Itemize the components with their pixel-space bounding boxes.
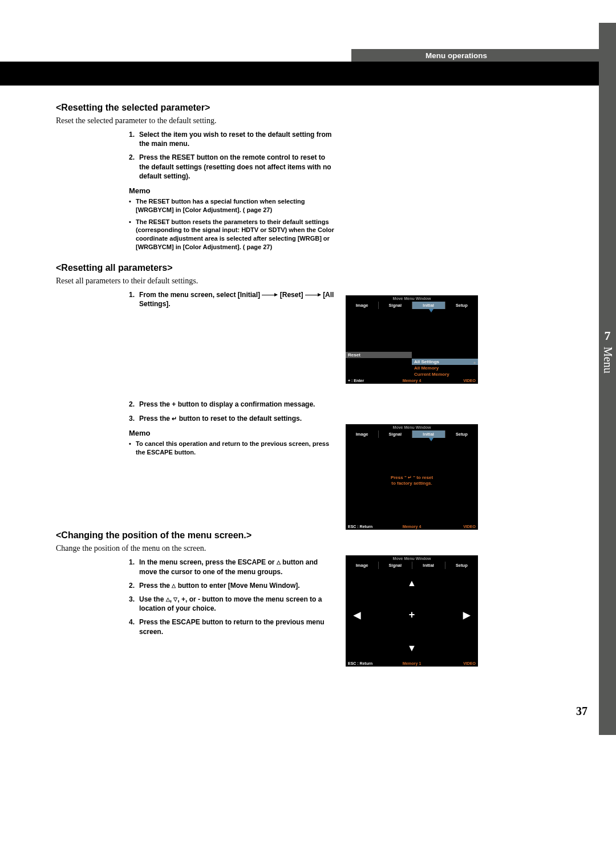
step-item: 1. From the menu screen, select [Initial… bbox=[129, 290, 334, 308]
osd-tab-initial: Initial bbox=[412, 430, 445, 438]
osd-video-label: VIDEO bbox=[434, 523, 478, 530]
osd-tab-setup: Setup bbox=[445, 562, 478, 569]
step-item: 3. Use the △, ▽, +, or - button to move … bbox=[129, 595, 334, 613]
sec1-title: <Resetting the selected parameter> bbox=[56, 103, 478, 113]
step-item: 4.Press the ESCAPE button to return to t… bbox=[129, 618, 334, 636]
osd-opt-allmemory: All Memory bbox=[412, 365, 478, 371]
sec3-title: <Changing the position of the menu scree… bbox=[56, 530, 478, 541]
osd-memory-label: Memory 1 bbox=[390, 660, 433, 667]
step-item: 3. Press the ↵ button to reset to the de… bbox=[129, 414, 334, 423]
sec2-intro: Reset all parameters to their default se… bbox=[56, 277, 478, 286]
osd-screenshot-1: Move Menu Window Image Signal Initial Se… bbox=[346, 295, 478, 384]
osd-tab-image: Image bbox=[346, 430, 379, 438]
section-label: Menu operations bbox=[425, 51, 487, 60]
step-item: 2.Press the + button to display a confir… bbox=[129, 400, 334, 409]
nav-down-icon: ▼ bbox=[407, 643, 416, 653]
nav-center-plus-icon: + bbox=[409, 609, 415, 621]
osd-hint-enter: + : Enter bbox=[346, 377, 390, 384]
chapter-word: Menu bbox=[601, 347, 614, 373]
sec2-title: <Resetting all parameters> bbox=[56, 263, 478, 273]
osd-screenshot-2: Move Menu Window Image Signal Initial Se… bbox=[346, 424, 478, 530]
osd-screenshot-3: Move Menu Window Image Signal Initial Se… bbox=[346, 555, 478, 667]
osd-tab-image: Image bbox=[346, 562, 379, 569]
osd-reset-label: Reset bbox=[346, 352, 412, 358]
step-item: 2.Press the RESET button on the remote c… bbox=[129, 153, 334, 181]
memo-heading: Memo bbox=[129, 186, 478, 195]
osd-move-bar: Move Menu Window bbox=[346, 555, 478, 562]
osd-move-bar: Move Menu Window bbox=[346, 295, 478, 302]
nav-up-icon: ▲ bbox=[407, 578, 416, 588]
osd-pointer-down-icon bbox=[429, 438, 433, 441]
header-side-gap bbox=[599, 62, 616, 86]
osd-tab-signal: Signal bbox=[379, 302, 412, 309]
page-number: 37 bbox=[576, 705, 587, 718]
osd-opt-currentmemory: Current Memory bbox=[412, 371, 478, 377]
step-item: 1.Select the item you wish to reset to t… bbox=[129, 130, 334, 148]
osd-tab-image: Image bbox=[346, 302, 379, 309]
osd-video-label: VIDEO bbox=[434, 660, 478, 667]
memo-item: The RESET button resets the parameters t… bbox=[129, 218, 340, 251]
chapter-label: 7 Menu bbox=[600, 328, 615, 376]
triangle-up-icon: △ bbox=[166, 596, 170, 602]
chapter-number: 7 bbox=[600, 328, 615, 343]
sec1-intro: Reset the selected parameter to the defa… bbox=[56, 116, 478, 125]
osd-tab-setup: Setup bbox=[445, 430, 478, 438]
header-black-bar bbox=[0, 62, 599, 86]
osd-pointer-down-icon bbox=[429, 309, 433, 312]
memo-item: The RESET button has a special function … bbox=[129, 197, 340, 214]
osd-hint-esc: ESC : Return bbox=[346, 523, 390, 530]
osd-opt-allsettings: All Settings bbox=[412, 359, 478, 365]
osd-tabs: Image Signal Initial Setup bbox=[346, 562, 478, 569]
step-item: 1. In the menu screen, press the ESCAPE … bbox=[129, 558, 334, 576]
arrow-icon bbox=[305, 293, 321, 297]
memo-item: To cancel this operation and return to t… bbox=[129, 440, 340, 457]
nav-left-icon: ◀ bbox=[354, 610, 360, 620]
osd-tab-signal: Signal bbox=[379, 562, 412, 569]
osd-video-label: VIDEO bbox=[434, 377, 478, 384]
osd-tabs: Image Signal Initial Setup bbox=[346, 430, 478, 438]
sec3-intro: Change the position of the menu on the s… bbox=[56, 544, 478, 553]
page-header: Menu operations bbox=[351, 49, 616, 62]
arrow-icon bbox=[262, 293, 278, 297]
osd-memory-label: Memory 4 bbox=[390, 523, 433, 530]
osd-tabs: Image Signal Initial Setup bbox=[346, 302, 478, 309]
osd-plus-icon: + bbox=[473, 361, 476, 365]
osd-memory-label: Memory 4 bbox=[390, 377, 433, 384]
step-item: 2. Press the △ button to enter [Move Men… bbox=[129, 581, 334, 590]
osd-tab-initial: Initial bbox=[412, 562, 445, 569]
nav-right-icon: ▶ bbox=[463, 610, 470, 620]
osd-tab-signal: Signal bbox=[379, 430, 412, 438]
osd-hint-esc: ESC : Return bbox=[346, 660, 390, 667]
osd-tab-setup: Setup bbox=[445, 302, 478, 309]
osd-tab-initial: Initial bbox=[412, 302, 445, 309]
osd-move-bar: Move Menu Window bbox=[346, 424, 478, 430]
osd-confirm-text: Press " ↵ " to reset to factory settings… bbox=[391, 475, 433, 487]
triangle-up-icon: △ bbox=[277, 559, 281, 565]
chapter-side-tab bbox=[599, 23, 616, 735]
